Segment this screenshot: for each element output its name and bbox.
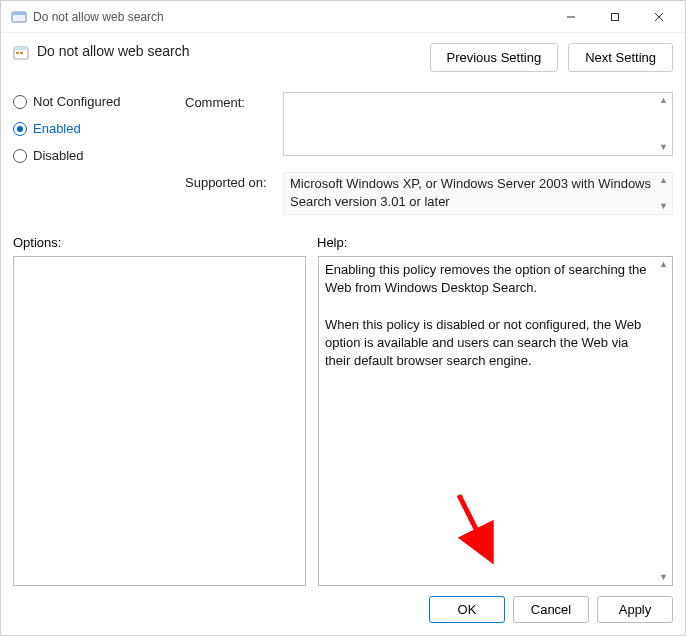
maximize-button[interactable]	[593, 2, 637, 32]
state-radio-group: Not Configured Enabled Disabled	[13, 92, 173, 215]
comment-input[interactable]: ▲ ▼	[283, 92, 673, 156]
scroll-down-icon[interactable]: ▼	[659, 573, 668, 582]
radio-disabled[interactable]: Disabled	[13, 148, 173, 163]
help-panel: Enabling this policy removes the option …	[318, 256, 673, 586]
radio-not-configured[interactable]: Not Configured	[13, 94, 173, 109]
scroll-up-icon[interactable]: ▲	[659, 260, 668, 269]
scroll-down-icon[interactable]: ▼	[659, 202, 668, 211]
next-setting-button[interactable]: Next Setting	[568, 43, 673, 72]
footer: OK Cancel Apply	[1, 586, 685, 635]
radio-icon	[13, 122, 27, 136]
help-label: Help:	[317, 235, 347, 250]
svg-rect-9	[20, 52, 23, 54]
minimize-button[interactable]	[549, 2, 593, 32]
annotation-arrow	[449, 487, 499, 567]
supported-on-label: Supported on:	[185, 172, 275, 190]
radio-label: Enabled	[33, 121, 81, 136]
scroll-down-icon[interactable]: ▼	[659, 143, 668, 152]
supported-on-value: Microsoft Windows XP, or Windows Server …	[290, 176, 651, 209]
radio-label: Not Configured	[33, 94, 120, 109]
comment-label: Comment:	[185, 92, 275, 110]
supported-on-value-box: Microsoft Windows XP, or Windows Server …	[283, 172, 673, 215]
help-text-p2: When this policy is disabled or not conf…	[325, 316, 654, 371]
titlebar: Do not allow web search	[1, 1, 685, 33]
svg-line-10	[459, 495, 487, 551]
radio-icon	[13, 95, 27, 109]
svg-rect-1	[12, 12, 26, 15]
policy-title: Do not allow web search	[37, 43, 190, 59]
app-icon	[11, 9, 27, 25]
apply-button[interactable]: Apply	[597, 596, 673, 623]
header: Do not allow web search Previous Setting…	[1, 33, 685, 72]
policy-icon	[13, 45, 29, 61]
svg-rect-8	[16, 52, 19, 54]
cancel-button[interactable]: Cancel	[513, 596, 589, 623]
svg-rect-7	[14, 47, 28, 50]
close-button[interactable]	[637, 2, 681, 32]
dialog-window: Do not allow web search Do not allow web…	[0, 0, 686, 636]
window-title: Do not allow web search	[33, 10, 549, 24]
radio-label: Disabled	[33, 148, 84, 163]
scroll-up-icon[interactable]: ▲	[659, 176, 668, 185]
svg-rect-3	[612, 13, 619, 20]
previous-setting-button[interactable]: Previous Setting	[430, 43, 559, 72]
ok-button[interactable]: OK	[429, 596, 505, 623]
help-text-p1: Enabling this policy removes the option …	[325, 261, 654, 297]
radio-icon	[13, 149, 27, 163]
options-label: Options:	[13, 235, 317, 250]
radio-enabled[interactable]: Enabled	[13, 121, 173, 136]
options-panel	[13, 256, 306, 586]
scroll-up-icon[interactable]: ▲	[659, 96, 668, 105]
